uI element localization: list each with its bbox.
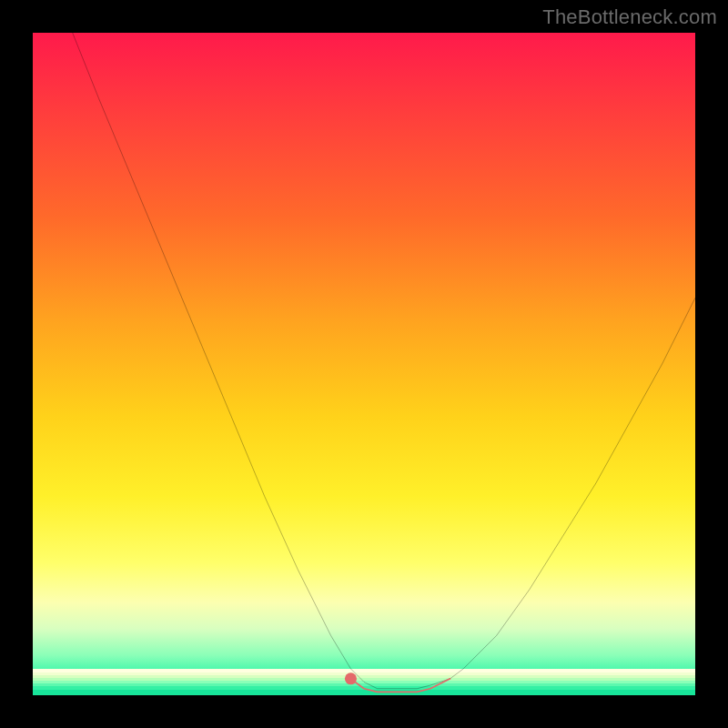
optimal-range-marker	[350, 679, 450, 693]
chart-svg	[33, 33, 695, 695]
bottleneck-curve	[73, 33, 695, 689]
marker-start-dot	[345, 672, 357, 684]
chart-frame: TheBottleneck.com	[0, 0, 728, 728]
watermark-text: TheBottleneck.com	[542, 5, 717, 29]
plot-area	[33, 33, 695, 695]
